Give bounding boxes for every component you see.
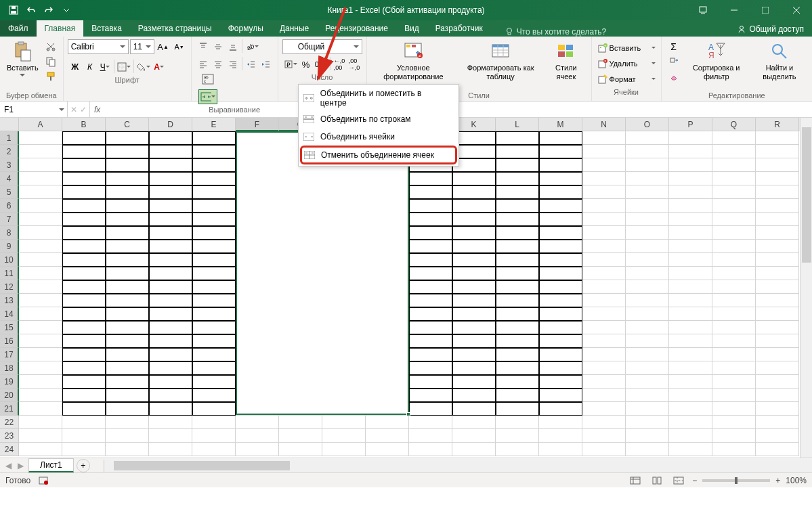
align-middle-button[interactable] (211, 39, 226, 54)
sheet-tab-1[interactable]: Лист1 (28, 458, 74, 472)
italic-button[interactable]: К (83, 60, 98, 74)
col-header-A[interactable]: A (19, 118, 62, 131)
font-size-combo[interactable]: 11 (130, 39, 154, 54)
zoom-level[interactable]: 100% (786, 476, 807, 485)
horizontal-scrollbar[interactable] (104, 460, 812, 472)
row-header-15[interactable]: 15 (0, 321, 19, 334)
merge-across-menu-item[interactable]: Объединить по строкам (300, 110, 457, 128)
tell-me-search[interactable]: Что вы хотите сделать? (505, 27, 607, 37)
col-header-R[interactable]: R (756, 118, 799, 131)
align-center-button[interactable] (211, 57, 226, 72)
decrease-indent-button[interactable] (244, 57, 259, 72)
col-header-N[interactable]: N (582, 118, 626, 131)
format-as-table-button[interactable]: Форматировать как таблицу (457, 39, 544, 90)
row-header-7[interactable]: 7 (0, 213, 19, 226)
col-header-F[interactable]: F (236, 118, 279, 131)
row-header-13[interactable]: 13 (0, 294, 19, 307)
decrease-font-button[interactable]: A▼ (172, 39, 187, 54)
sort-filter-button[interactable]: АЯ Сортировка и фильтр (683, 39, 750, 90)
row-header-11[interactable]: 11 (0, 267, 19, 280)
file-tab[interactable]: Файл (0, 20, 37, 37)
row-header-5[interactable]: 5 (0, 185, 19, 199)
macro-record-icon[interactable] (39, 476, 49, 485)
row-header-10[interactable]: 10 (0, 253, 19, 267)
delete-cells-button[interactable]: ×Удалить (596, 56, 657, 71)
name-box[interactable] (0, 102, 68, 117)
col-header-D[interactable]: D (149, 118, 192, 131)
row-header-18[interactable]: 18 (0, 361, 19, 375)
tab-data[interactable]: Данные (272, 20, 317, 37)
borders-button[interactable] (116, 60, 132, 74)
row-header-2[interactable]: 2 (0, 145, 19, 158)
tab-formulas[interactable]: Формулы (220, 20, 272, 37)
row-header-22[interactable]: 22 (0, 416, 19, 429)
name-box-input[interactable] (4, 105, 51, 114)
maximize-button[interactable] (750, 0, 781, 20)
select-all-corner[interactable] (0, 118, 19, 131)
row-header-9[interactable]: 9 (0, 240, 19, 253)
autosum-button[interactable]: Σ (666, 39, 682, 54)
zoom-slider[interactable] (702, 479, 770, 482)
unmerge-cells-menu-item[interactable]: Отменить объединение ячеек (300, 146, 457, 164)
page-break-view-button[interactable] (670, 474, 687, 487)
col-header-P[interactable]: P (669, 118, 712, 131)
page-layout-view-button[interactable] (649, 474, 665, 487)
minimize-button[interactable] (719, 0, 750, 20)
underline-button[interactable]: Ч (98, 60, 112, 74)
row-header-16[interactable]: 16 (0, 334, 19, 348)
row-header-12[interactable]: 12 (0, 280, 19, 294)
normal-view-button[interactable] (627, 474, 643, 487)
tab-view[interactable]: Вид (396, 20, 427, 37)
align-left-button[interactable] (196, 57, 211, 72)
merge-center-menu-item[interactable]: Объединить и поместить в центре (300, 86, 457, 110)
cancel-fx-button[interactable]: ✕ (70, 105, 77, 114)
col-header-O[interactable]: O (626, 118, 669, 131)
row-header-14[interactable]: 14 (0, 307, 19, 321)
format-cells-button[interactable]: Формат (596, 72, 657, 87)
wrap-text-button[interactable]: abc (198, 72, 217, 87)
merge-button[interactable] (198, 89, 217, 104)
row-header-21[interactable]: 21 (0, 402, 19, 416)
copy-button[interactable] (43, 54, 59, 69)
row-header-24[interactable]: 24 (0, 443, 19, 456)
ribbon-options-button[interactable] (687, 0, 719, 20)
increase-indent-button[interactable] (259, 57, 274, 72)
close-button[interactable] (781, 0, 812, 20)
sheet-nav-prev[interactable]: ◀ (3, 460, 14, 471)
row-header-4[interactable]: 4 (0, 172, 19, 185)
bold-button[interactable]: Ж (68, 60, 83, 74)
enter-fx-button[interactable]: ✓ (80, 105, 87, 114)
add-sheet-button[interactable]: + (77, 459, 90, 472)
fill-button[interactable] (666, 54, 682, 69)
vertical-scrollbar[interactable] (800, 118, 812, 458)
col-header-Q[interactable]: Q (712, 118, 756, 131)
cells-grid[interactable] (19, 131, 800, 458)
tab-developer[interactable]: Разработчик (427, 20, 491, 37)
row-header-19[interactable]: 19 (0, 375, 19, 389)
tab-insert[interactable]: Вставка (83, 20, 130, 37)
font-name-combo[interactable]: Calibri (68, 39, 129, 54)
find-select-button[interactable]: Найти и выделить (751, 39, 808, 90)
redo-button[interactable] (41, 2, 57, 18)
fill-color-button[interactable] (135, 60, 152, 74)
align-top-button[interactable] (196, 39, 211, 54)
save-button[interactable] (5, 2, 22, 18)
col-header-C[interactable]: C (106, 118, 149, 131)
col-header-M[interactable]: M (539, 118, 582, 131)
orientation-button[interactable]: ab (244, 39, 260, 54)
row-header-1[interactable]: 1 (0, 131, 19, 145)
row-header-8[interactable]: 8 (0, 226, 19, 240)
cut-button[interactable] (43, 39, 59, 54)
zoom-out-button[interactable]: − (692, 476, 697, 485)
tab-home[interactable]: Главная (37, 20, 84, 37)
merge-cells-menu-item[interactable]: Объединить ячейки (300, 128, 457, 146)
sheet-nav-next[interactable]: ▶ (15, 460, 26, 471)
undo-button[interactable] (23, 2, 39, 18)
accounting-format-button[interactable]: ₽ (282, 57, 299, 72)
share-button[interactable]: Общий доступ (729, 22, 812, 37)
row-header-17[interactable]: 17 (0, 348, 19, 361)
tab-page-layout[interactable]: Разметка страницы (130, 20, 220, 37)
col-header-B[interactable]: B (62, 118, 106, 131)
qat-customize[interactable] (58, 2, 74, 18)
col-header-L[interactable]: L (496, 118, 539, 131)
